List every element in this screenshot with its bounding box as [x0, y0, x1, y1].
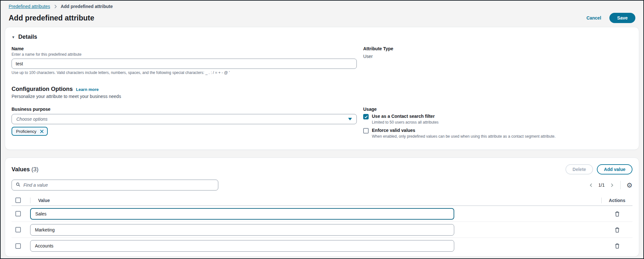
row-checkbox[interactable]: [15, 243, 21, 249]
add-value-button[interactable]: Add value: [597, 164, 632, 174]
values-title: Values (3): [12, 166, 38, 173]
breadcrumb: Predefined attributes Add predefined att…: [5, 3, 639, 9]
delete-row-trash-icon[interactable]: [615, 227, 620, 233]
table-header: Value Actions: [12, 195, 632, 206]
values-actions: Delete Add value: [565, 164, 632, 174]
page-indicator: 1/1: [598, 182, 605, 188]
page-next-icon[interactable]: [609, 182, 615, 188]
usage-label: Usage: [363, 107, 632, 112]
values-header: Values (3) Delete Add value: [12, 164, 632, 174]
column-header-actions: Actions: [602, 198, 632, 203]
selected-tag-proficiency: Proficiency: [12, 127, 48, 136]
usage-option-enforce-valid: Enforce valid values: [363, 128, 632, 134]
name-field-block: Name Enter a name for this predefined at…: [12, 46, 357, 75]
checkbox-checked[interactable]: [363, 114, 369, 119]
configuration-section-header: Configuration Options Learn more: [12, 86, 632, 93]
column-header-value[interactable]: Value: [30, 198, 601, 203]
usage-option-contact-search: Use as a Contact search filter: [363, 114, 632, 119]
save-button[interactable]: Save: [609, 13, 635, 23]
name-description: Enter a name for this predefined attribu…: [12, 52, 357, 57]
details-section-header[interactable]: ▼ Details: [12, 34, 632, 40]
checkbox-description: When enabled, only predefined values can…: [372, 134, 632, 139]
table-row: [12, 238, 632, 254]
value-search: [12, 180, 218, 190]
chevron-right-icon: [53, 4, 57, 9]
breadcrumb-current: Add predefined attribute: [61, 4, 113, 9]
checkbox-label[interactable]: Enforce valid values: [372, 128, 415, 133]
name-input[interactable]: [12, 59, 357, 69]
value-input-accounts[interactable]: [30, 240, 454, 252]
page-footer: Share feedback about this page: [5, 257, 639, 259]
checkbox-label[interactable]: Use as a Contact search filter: [372, 114, 435, 119]
table-row: [12, 222, 632, 238]
divider: [620, 181, 621, 189]
delete-row-trash-icon[interactable]: [615, 243, 620, 249]
collapse-caret-icon: ▼: [12, 35, 15, 39]
page-title: Add predefined attribute: [9, 14, 94, 22]
search-icon: [16, 182, 21, 188]
business-purpose-placeholder: Choose options: [16, 117, 47, 122]
dropdown-caret-icon: [348, 118, 352, 120]
select-all-checkbox[interactable]: [15, 198, 21, 203]
checkbox-unchecked[interactable]: [363, 128, 369, 134]
configuration-subtitle: Personalize your attribute to meet your …: [12, 94, 632, 99]
row-checkbox[interactable]: [15, 211, 21, 216]
row-checkbox[interactable]: [15, 227, 21, 232]
settings-gear-icon[interactable]: ⚙: [626, 182, 632, 189]
page: Predefined attributes Add predefined att…: [1, 1, 643, 259]
value-input-marketing[interactable]: [30, 224, 454, 236]
name-label: Name: [12, 46, 357, 51]
learn-more-link[interactable]: Learn more: [76, 87, 99, 92]
value-input-sales[interactable]: [30, 208, 454, 220]
delete-button[interactable]: Delete: [565, 164, 593, 174]
usage-block: Usage Use as a Contact search filter Lim…: [363, 107, 632, 142]
name-constraint: Use up to 100 characters. Valid characte…: [12, 70, 357, 75]
attribute-type-value: User: [363, 54, 632, 59]
tag-label: Proficiency: [16, 129, 37, 134]
cancel-button[interactable]: Cancel: [586, 15, 601, 20]
page-header: Add predefined attribute Cancel Save: [5, 13, 639, 23]
remove-tag-icon[interactable]: [40, 129, 44, 134]
page-prev-icon[interactable]: [589, 182, 594, 188]
details-section-title: Details: [18, 34, 37, 40]
pagination: 1/1 ⚙: [589, 181, 632, 189]
values-count: (3): [31, 166, 38, 173]
values-toolbar: 1/1 ⚙: [12, 180, 632, 190]
configuration-title: Configuration Options: [12, 86, 73, 93]
table-row: [12, 206, 632, 222]
values-table: Value Actions: [12, 195, 632, 254]
values-title-text: Values: [12, 166, 30, 173]
attribute-type-label: Attribute Type: [363, 46, 632, 51]
values-card: Values (3) Delete Add value 1/1: [5, 158, 639, 257]
business-purpose-label: Business purpose: [12, 107, 357, 112]
checkbox-description: Limited to 50 users across all attribute…: [372, 120, 632, 125]
business-purpose-block: Business purpose Choose options Proficie…: [12, 107, 357, 142]
search-input[interactable]: [23, 182, 214, 188]
business-purpose-select[interactable]: Choose options: [12, 114, 357, 124]
details-card: ▼ Details Name Enter a name for this pre…: [5, 27, 639, 150]
delete-row-trash-icon[interactable]: [615, 211, 620, 217]
breadcrumb-link-predefined-attributes[interactable]: Predefined attributes: [9, 4, 50, 9]
attribute-type-block: Attribute Type User: [363, 46, 632, 75]
header-actions: Cancel Save: [586, 13, 635, 23]
